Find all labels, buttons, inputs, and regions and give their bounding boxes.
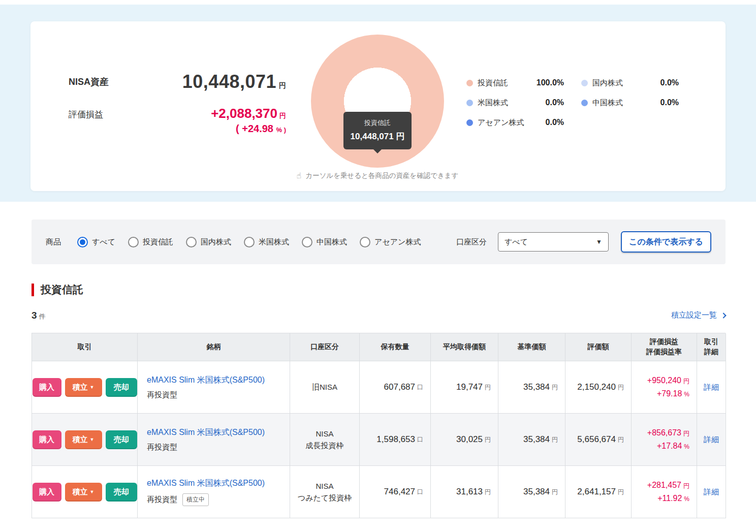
- fund-subtype: 再投資型: [147, 390, 177, 400]
- radio-product-beikoku[interactable]: 米国株式: [244, 237, 289, 247]
- radio-label: 米国株式: [259, 237, 289, 247]
- nisa-assets-page: NISA資産 10,448,071円 評価損益 +2,088,370円 ( +2…: [0, 0, 756, 532]
- legend-value: 100.0%: [537, 78, 564, 87]
- product-filter-label: 商品: [46, 237, 61, 247]
- pl-percent: ( +24.98 % ): [211, 123, 286, 135]
- select-value: すべて: [505, 237, 528, 247]
- fund-name-cell: eMAXIS Slim 米国株式(S&P500) 再投資型 積立中: [138, 466, 290, 518]
- tooltip-label: 投資信託: [343, 118, 412, 128]
- sell-button[interactable]: 売却: [106, 483, 137, 502]
- tooltip-value: 10,448,071 円: [343, 131, 412, 142]
- trade-actions-cell: 購入 積立▼ 売却: [32, 414, 138, 466]
- detail-link[interactable]: 詳細: [704, 435, 719, 445]
- pl-cell: +856,673円 +17.84%: [632, 414, 697, 466]
- header-detail: 取引詳細: [697, 333, 726, 361]
- pl-cell: +950,240円 +79.18%: [632, 361, 697, 414]
- radio-icon: [302, 237, 312, 247]
- pl-cell: +281,457円 +11.92%: [632, 466, 697, 518]
- radio-icon: [128, 237, 139, 247]
- legend-dot-chugoku: [581, 100, 588, 106]
- account-type-cell: 旧NISA: [290, 361, 360, 414]
- radio-product-all[interactable]: すべて: [77, 237, 115, 247]
- asset-total-value: 10,448,071: [182, 71, 276, 92]
- allocation-legend: 投資信託 100.0% 国内株式 0.0% 米国株式 0.0% 中国株式 0.0…: [466, 78, 679, 127]
- avg-price-cell: 31,613円: [431, 466, 498, 518]
- chevron-down-icon: ▼: [596, 238, 602, 245]
- asset-unit: 円: [279, 81, 286, 89]
- avg-price-cell: 30,025円: [431, 414, 498, 466]
- buy-button[interactable]: 購入: [33, 430, 61, 449]
- account-type-label: 口座区分: [456, 237, 487, 247]
- legend-item: アセアン株式 0.0%: [466, 118, 564, 127]
- header-account: 口座区分: [290, 333, 360, 361]
- sell-button[interactable]: 売却: [106, 430, 137, 449]
- sell-button[interactable]: 売却: [106, 378, 137, 397]
- value-cell: 2,150,240円: [565, 361, 632, 414]
- apply-filter-button[interactable]: この条件で表示する: [621, 231, 711, 253]
- asset-summary-card: NISA資産 10,448,071円 評価損益 +2,088,370円 ( +2…: [30, 21, 726, 191]
- radio-label: 投資信託: [143, 237, 173, 247]
- section-title: 投資信託: [41, 283, 83, 297]
- dropdown-arrow-icon: ▼: [90, 489, 94, 494]
- detail-link[interactable]: 詳細: [704, 383, 719, 392]
- value-cell: 2,641,157円: [565, 466, 632, 518]
- header-trade: 取引: [32, 333, 138, 361]
- fund-name-link[interactable]: eMAXIS Slim 米国株式(S&P500): [147, 478, 265, 489]
- fund-subtype: 再投資型: [147, 443, 177, 452]
- nav-cell: 35,384円: [498, 466, 565, 518]
- legend-value: 0.0%: [660, 78, 679, 87]
- header-quantity: 保有数量: [360, 333, 431, 361]
- legend-item: 中国株式 0.0%: [581, 98, 679, 107]
- radio-product-toushin[interactable]: 投資信託: [128, 237, 173, 247]
- header-name: 銘柄: [138, 333, 290, 361]
- donut-tooltip: 投資信託 10,448,071 円: [343, 112, 412, 149]
- dropdown-arrow-icon: ▼: [90, 437, 94, 442]
- value-cell: 5,656,674円: [565, 414, 632, 466]
- fund-name-cell: eMAXIS Slim 米国株式(S&P500) 再投資型: [138, 414, 290, 466]
- account-filter-group: 口座区分 すべて ▼ この条件で表示する: [456, 231, 711, 253]
- radio-product-kokunai[interactable]: 国内株式: [186, 237, 231, 247]
- account-type-select[interactable]: すべて ▼: [498, 232, 609, 252]
- chevron-right-icon: [720, 312, 726, 318]
- detail-cell: 詳細: [697, 414, 726, 466]
- legend-dot-beikoku: [466, 100, 473, 106]
- buy-button[interactable]: 購入: [33, 378, 61, 397]
- quantity-cell: 746,427口: [360, 466, 431, 518]
- tsumitate-button[interactable]: 積立▼: [65, 483, 102, 502]
- tsumitate-button[interactable]: 積立▼: [65, 378, 102, 397]
- legend-value: 0.0%: [546, 98, 564, 107]
- radio-icon: [360, 237, 370, 247]
- radio-label: 国内株式: [201, 237, 231, 247]
- header-nav: 基準価額: [498, 333, 565, 361]
- radio-icon: [77, 237, 88, 247]
- chart-hover-hint: ☝ カーソルを乗せると各商品の資産を確認できます: [276, 171, 479, 180]
- header-avg-price: 平均取得価額: [431, 333, 498, 361]
- radio-product-chugoku[interactable]: 中国株式: [302, 237, 347, 247]
- radio-icon: [244, 237, 255, 247]
- section-header: 投資信託: [32, 283, 83, 297]
- legend-label: 国内株式: [592, 78, 623, 88]
- radio-product-asean[interactable]: アセアン株式: [360, 237, 421, 247]
- tsumitate-settings-link[interactable]: 積立設定一覧: [671, 310, 726, 320]
- hint-text: カーソルを乗せると各商品の資産を確認できます: [305, 171, 458, 180]
- detail-link[interactable]: 詳細: [704, 487, 719, 497]
- nav-cell: 35,384円: [498, 414, 565, 466]
- nav-cell: 35,384円: [498, 361, 565, 414]
- dropdown-arrow-icon: ▼: [90, 385, 94, 390]
- legend-dot-toushin: [466, 80, 473, 86]
- account-type-cell: NISA成長投資枠: [290, 414, 360, 466]
- fund-name-link[interactable]: eMAXIS Slim 米国株式(S&P500): [147, 375, 265, 386]
- quantity-cell: 1,598,653口: [360, 414, 431, 466]
- detail-cell: 詳細: [697, 466, 726, 518]
- trade-actions-cell: 購入 積立▼ 売却: [32, 466, 138, 518]
- buy-button[interactable]: 購入: [33, 483, 61, 502]
- legend-dot-kokunai: [581, 80, 588, 86]
- fund-name-link[interactable]: eMAXIS Slim 米国株式(S&P500): [147, 427, 265, 438]
- tsumitate-button[interactable]: 積立▼: [65, 430, 102, 449]
- legend-label: アセアン株式: [478, 118, 524, 128]
- legend-label: 中国株式: [592, 98, 623, 108]
- quantity-cell: 607,687口: [360, 361, 431, 414]
- asset-summary: NISA資産 10,448,071円 評価損益 +2,088,370円 ( +2…: [69, 71, 286, 135]
- legend-value: 0.0%: [660, 98, 679, 107]
- legend-label: 米国株式: [478, 98, 508, 108]
